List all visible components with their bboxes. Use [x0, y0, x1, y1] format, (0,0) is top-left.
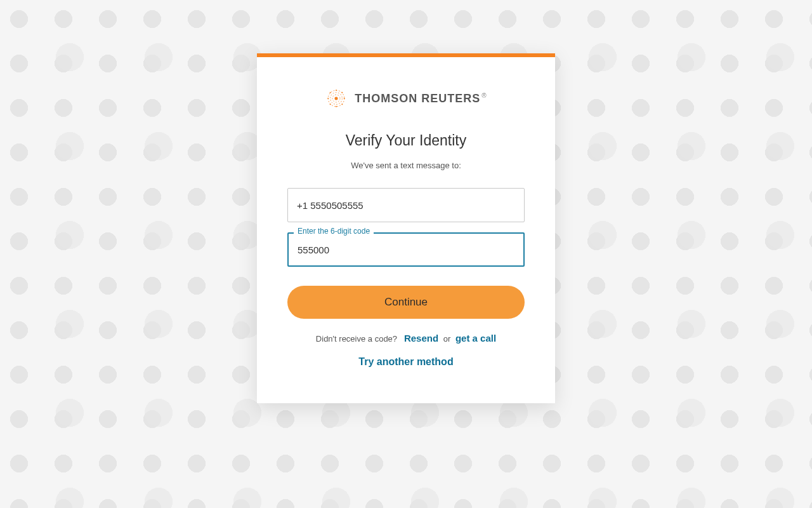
resend-prefix: Didn't receive a code? [316, 334, 397, 344]
phone-display-field [287, 188, 525, 222]
svg-point-10 [330, 104, 331, 105]
svg-point-8 [330, 92, 331, 93]
resend-link[interactable]: Resend [404, 333, 438, 344]
code-field-label: Enter the 6‑digit code [294, 227, 374, 236]
page: THOMSON REUTERS® Verify Your Identity We… [0, 0, 812, 508]
svg-point-0 [335, 97, 338, 100]
svg-point-9 [342, 92, 343, 93]
continue-button[interactable]: Continue [287, 286, 525, 319]
verify-card: THOMSON REUTERS® Verify Your Identity We… [257, 53, 555, 403]
brand-logo: THOMSON REUTERS® [287, 88, 525, 109]
thomson-reuters-logo-icon [325, 88, 347, 109]
page-title: Verify Your Identity [287, 132, 525, 149]
brand-reg-mark: ® [481, 92, 486, 99]
brand-name: THOMSON REUTERS® [355, 92, 486, 105]
svg-point-11 [342, 104, 343, 105]
page-subtitle: We've sent a text message to: [287, 161, 525, 170]
svg-point-5 [336, 106, 337, 107]
another-method-row: Try another method [287, 356, 525, 368]
resend-row: Didn't receive a code? Resend or get a c… [287, 333, 525, 344]
code-field-wrap: Enter the 6‑digit code [287, 232, 525, 267]
svg-point-6 [328, 98, 329, 99]
brand-name-text: THOMSON REUTERS [355, 92, 480, 105]
get-a-call-link[interactable]: get a call [455, 333, 496, 344]
try-another-method-link[interactable]: Try another method [358, 356, 453, 367]
svg-point-4 [336, 90, 337, 91]
code-input[interactable] [287, 232, 525, 267]
resend-or: or [443, 334, 451, 344]
svg-point-7 [344, 98, 345, 99]
